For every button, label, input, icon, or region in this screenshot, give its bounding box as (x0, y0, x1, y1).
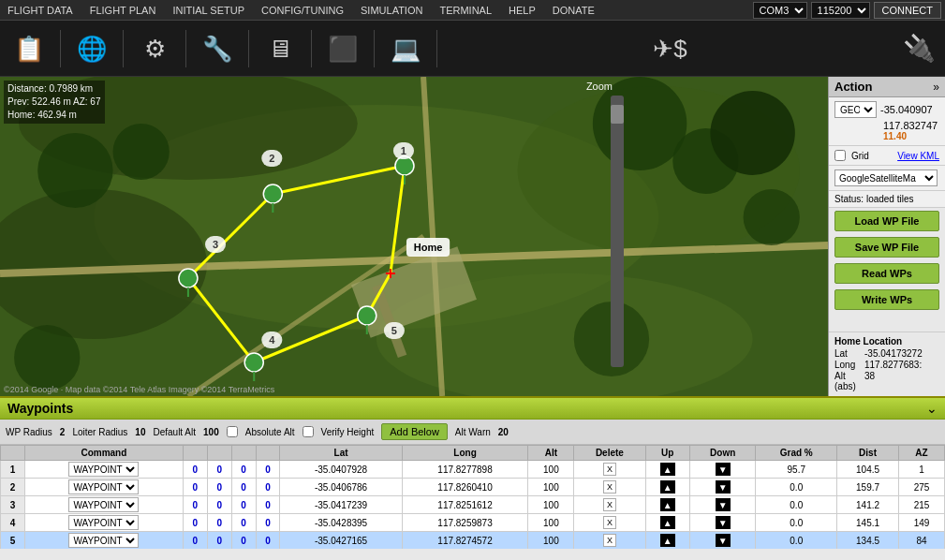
coord-type-select[interactable]: GEO UTM (834, 101, 877, 118)
toolbar-config-tuning[interactable]: 🔧 (194, 33, 241, 65)
menu-config-tuning[interactable]: CONFIG/TUNING (258, 3, 347, 18)
wp-delete-button[interactable]: X (603, 516, 616, 529)
wp-up-cell: ▲ (645, 496, 689, 514)
wp-dist: 134.5 (837, 532, 899, 550)
wp-up-button[interactable]: ▲ (660, 534, 675, 547)
wp-lat[interactable]: -35.0417239 (280, 496, 402, 514)
table-row[interactable]: 1 WAYPOINT LOITER_UNLIM LAND TAKEOFF 000… (1, 461, 945, 479)
wp-alt[interactable]: 100 (528, 532, 574, 550)
wp-lon[interactable]: 117.8277898 (402, 461, 528, 479)
wp-lat[interactable]: -35.0406786 (280, 479, 402, 496)
toolbar-help[interactable]: 💻 (382, 33, 429, 65)
wp-down-button[interactable]: ▼ (716, 463, 731, 476)
map-type-select[interactable]: GoogleSatelliteMa GoogleMap BingMap (834, 169, 938, 186)
toolbar-terminal[interactable]: ⬛ (319, 33, 366, 65)
wp-up-button[interactable]: ▲ (660, 463, 675, 476)
wp-lon[interactable]: 117.8260410 (402, 479, 528, 496)
baud-rate-select[interactable]: 115200 (811, 2, 870, 19)
wp-down-button[interactable]: ▼ (716, 498, 731, 511)
wp-c1[interactable]: 0 (183, 514, 207, 532)
wp-alt[interactable]: 100 (528, 514, 574, 532)
load-wp-file-button[interactable]: Load WP File (834, 211, 939, 231)
menu-initial-setup[interactable]: INITIAL SETUP (169, 3, 248, 18)
wp-lon[interactable]: 117.8259873 (402, 514, 528, 532)
zoom-scrollbar[interactable] (611, 96, 624, 367)
wp-c4[interactable]: 0 (256, 479, 280, 496)
wp-lon[interactable]: 117.8251612 (402, 496, 528, 514)
wp-lat[interactable]: -35.0428395 (280, 514, 402, 532)
table-row[interactable]: 5 WAYPOINT LOITER_UNLIM LAND TAKEOFF 000… (1, 532, 945, 550)
view-kml-link[interactable]: View KML (897, 151, 939, 161)
wp-c4[interactable]: 0 (256, 461, 280, 479)
menu-simulation[interactable]: SIMULATION (357, 3, 426, 18)
write-wps-button[interactable]: Write WPs (834, 289, 939, 310)
menu-flight-data[interactable]: FLIGHT DATA (4, 3, 77, 18)
table-row[interactable]: 3 WAYPOINT LOITER_UNLIM LAND TAKEOFF 000… (1, 496, 945, 514)
wp-c1[interactable]: 0 (183, 532, 207, 550)
waypoints-table-container[interactable]: Command Lat Long Alt Delete Up Down Grad… (0, 445, 945, 549)
table-row[interactable]: 2 WAYPOINT LOITER_UNLIM LAND TAKEOFF 000… (1, 479, 945, 496)
wp-alt[interactable]: 100 (528, 461, 574, 479)
menu-flight-plan[interactable]: FLIGHT PLAN (86, 3, 160, 18)
wp-c3[interactable]: 0 (231, 479, 256, 496)
action-expand-button[interactable]: » (933, 81, 939, 94)
wp-c2[interactable]: 0 (207, 532, 231, 550)
wp-command-select[interactable]: WAYPOINT LOITER_UNLIM LAND TAKEOFF (68, 479, 139, 494)
wp-c2[interactable]: 0 (207, 496, 231, 514)
wp-delete-button[interactable]: X (603, 480, 616, 494)
toolbar-separator-7 (436, 30, 437, 67)
wp-c2[interactable]: 0 (207, 479, 231, 496)
toolbar-flight-plan[interactable]: 🌐 (68, 33, 115, 65)
wp-c4[interactable]: 0 (256, 496, 280, 514)
grid-checkbox[interactable] (834, 150, 846, 161)
toolbar-flight-data[interactable]: 📋 (6, 33, 52, 65)
waypoints-collapse-button[interactable]: ⌄ (926, 401, 938, 416)
menu-bar: FLIGHT DATA FLIGHT PLAN INITIAL SETUP CO… (0, 0, 945, 21)
verify-height-checkbox[interactable] (303, 426, 314, 437)
table-row[interactable]: 4 WAYPOINT LOITER_UNLIM LAND TAKEOFF 000… (1, 514, 945, 532)
wp-lat[interactable]: -35.0427165 (280, 532, 402, 550)
com-port-select[interactable]: COM3 (753, 2, 807, 19)
wp-c4[interactable]: 0 (256, 514, 280, 532)
connect-button[interactable]: CONNECT (874, 2, 941, 19)
toolbar-simulation[interactable]: 🖥 (257, 33, 303, 65)
wp-command-select[interactable]: WAYPOINT LOITER_UNLIM LAND TAKEOFF (68, 462, 139, 477)
wp-alt[interactable]: 100 (528, 479, 574, 496)
absolute-alt-checkbox[interactable] (227, 426, 238, 437)
wp-up-button[interactable]: ▲ (660, 480, 675, 494)
read-wps-button[interactable]: Read WPs (834, 263, 939, 284)
wp-up-button[interactable]: ▲ (660, 516, 675, 529)
wp-c3[interactable]: 0 (231, 532, 256, 550)
wp-c3[interactable]: 0 (231, 514, 256, 532)
toolbar-initial-setup[interactable]: ⚙ (131, 33, 178, 65)
wp-c4[interactable]: 0 (256, 532, 280, 550)
wp-down-button[interactable]: ▼ (716, 480, 731, 494)
wp-c3[interactable]: 0 (231, 496, 256, 514)
zoom-handle[interactable] (611, 105, 624, 124)
wp-command-select[interactable]: WAYPOINT LOITER_UNLIM LAND TAKEOFF (68, 533, 139, 548)
wp-c3[interactable]: 0 (231, 461, 256, 479)
wp-down-button[interactable]: ▼ (716, 534, 731, 547)
wp-alt[interactable]: 100 (528, 496, 574, 514)
wp-delete-button[interactable]: X (603, 463, 616, 476)
wp-command-select[interactable]: WAYPOINT LOITER_UNLIM LAND TAKEOFF (68, 515, 139, 530)
wp-command-select[interactable]: WAYPOINT LOITER_UNLIM LAND TAKEOFF (68, 497, 139, 512)
menu-help[interactable]: HELP (505, 3, 539, 18)
wp-c1[interactable]: 0 (183, 496, 207, 514)
wp-delete-button[interactable]: X (603, 498, 616, 511)
wp-lon[interactable]: 117.8274572 (402, 532, 528, 550)
menu-donate[interactable]: DONATE (549, 3, 598, 18)
toolbar-donate[interactable]: ✈$ (647, 33, 694, 65)
wp-c2[interactable]: 0 (207, 461, 231, 479)
wp-delete-button[interactable]: X (603, 534, 616, 547)
add-below-button[interactable]: Add Below (381, 423, 448, 440)
menu-terminal[interactable]: TERMINAL (436, 3, 495, 18)
wp-c1[interactable]: 0 (183, 479, 207, 496)
wp-c1[interactable]: 0 (183, 461, 207, 479)
wp-lat[interactable]: -35.0407928 (280, 461, 402, 479)
wp-down-button[interactable]: ▼ (716, 516, 731, 529)
wp-c2[interactable]: 0 (207, 514, 231, 532)
save-wp-file-button[interactable]: Save WP File (834, 237, 939, 258)
map-container[interactable]: 1 2 3 4 5 Home Distance: 0.7989 km Prev:… (0, 77, 828, 396)
wp-up-button[interactable]: ▲ (660, 498, 675, 511)
